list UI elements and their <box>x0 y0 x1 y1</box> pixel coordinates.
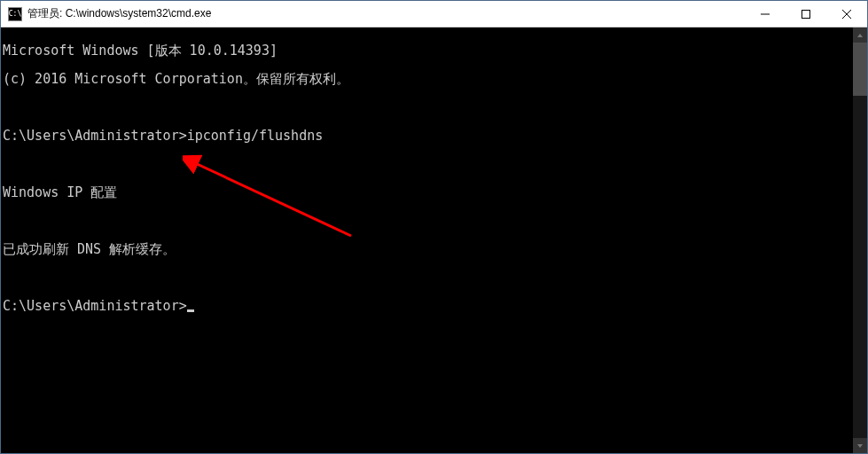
scroll-down-button[interactable] <box>853 438 867 453</box>
scroll-up-button[interactable] <box>853 27 867 43</box>
chevron-up-icon <box>856 32 864 39</box>
text-cursor <box>187 309 194 312</box>
output-blank <box>3 270 865 285</box>
console-output: Microsoft Windows [版本 10.0.14393] (c) 20… <box>1 27 867 343</box>
prompt-line: C:\Users\Administrator> <box>3 299 865 313</box>
vertical-scrollbar[interactable] <box>853 27 867 453</box>
chevron-down-icon <box>856 442 864 450</box>
minimize-icon <box>761 10 770 19</box>
close-button[interactable] <box>826 1 867 27</box>
maximize-button[interactable] <box>786 1 826 27</box>
prompt-line: C:\Users\Administrator>ipconfig/flushdns <box>3 129 865 143</box>
output-line: Windows IP 配置 <box>3 185 865 200</box>
minimize-button[interactable] <box>745 1 786 27</box>
output-line: Microsoft Windows [版本 10.0.14393] <box>3 43 865 58</box>
console-area[interactable]: Microsoft Windows [版本 10.0.14393] (c) 20… <box>1 27 867 453</box>
titlebar[interactable]: C:\ 管理员: C:\windows\system32\cmd.exe <box>1 1 867 27</box>
window-title: 管理员: C:\windows\system32\cmd.exe <box>27 6 745 21</box>
output-blank <box>3 157 865 171</box>
scroll-track[interactable] <box>853 43 867 438</box>
prompt-path: C:\Users\Administrator> <box>3 299 187 313</box>
svg-marker-6 <box>857 34 863 37</box>
scroll-thumb[interactable] <box>853 43 867 96</box>
cmd-icon: C:\ <box>8 7 22 21</box>
output-blank <box>3 100 865 114</box>
prompt-command: ipconfig/flushdns <box>187 129 324 143</box>
maximize-icon <box>802 10 810 19</box>
cmd-icon-label: C:\ <box>9 10 21 18</box>
window-controls <box>745 1 867 27</box>
svg-marker-7 <box>857 444 863 448</box>
output-line: (c) 2016 Microsoft Corporation。保留所有权利。 <box>3 72 865 86</box>
svg-rect-1 <box>802 10 810 18</box>
output-blank <box>3 214 865 228</box>
cmd-window: C:\ 管理员: C:\windows\system32\cmd.exe Mic… <box>0 0 868 454</box>
prompt-path: C:\Users\Administrator> <box>3 129 187 143</box>
close-icon <box>842 10 851 19</box>
output-line: 已成功刷新 DNS 解析缓存。 <box>3 242 865 256</box>
